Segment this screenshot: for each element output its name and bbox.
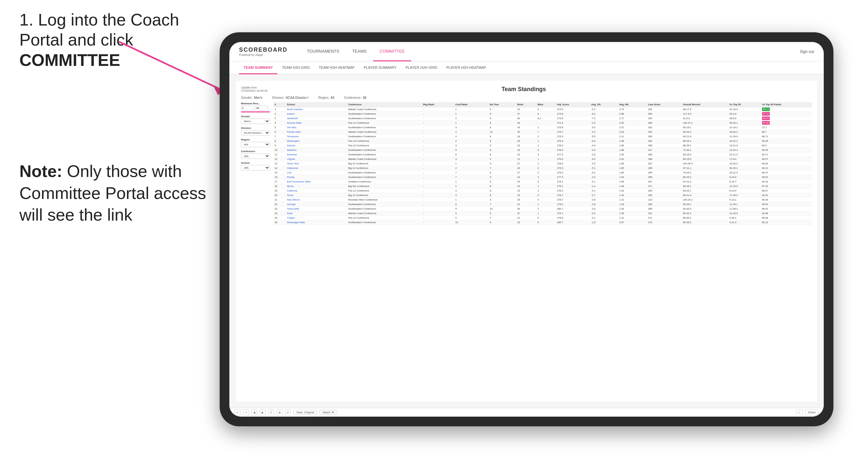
school-cell[interactable]: Oklahoma [285,166,347,170]
share-button[interactable]: Share [805,409,818,415]
subnav-team-h2h-grid[interactable]: TEAM H2H GRID [278,61,314,74]
view-original-button[interactable]: View: Original [293,410,317,415]
subnav-player-h2h-grid[interactable]: PLAYER H2H GRID [401,61,442,74]
reg-rank-cell: - [422,170,454,175]
content-card: Update time: 27/03/2024 16:56:26 Team St… [236,81,817,401]
conference-cell: Atlantic Coast Conference [347,130,422,134]
school-cell[interactable]: Arizona [285,144,347,148]
school-cell[interactable]: Virginia [285,157,347,161]
rnds-cell: 23 [516,193,536,198]
subnav-player-summary[interactable]: PLAYER SUMMARY [359,61,401,74]
rank-cell: 13 [273,161,285,166]
avg-sg-cell: -6.0 [590,139,618,144]
conference-select[interactable]: (All) [241,153,270,159]
copy-button[interactable]: ⎘ [268,409,274,415]
table-row: 1 North Carolina Atlantic Coast Conferen… [273,107,812,112]
rnds-cell: 27 [516,161,536,166]
school-filter-section: School (All) [241,161,270,170]
reg-rank-cell: - [422,198,454,202]
school-cell[interactable]: Vanderbilt [285,116,347,121]
adj-score-cell: 275.7 [556,130,590,134]
logo-title: SCOREBOARD [239,46,287,53]
conference-cell: Atlantic Coast Conference [347,211,422,216]
back-button[interactable]: ◀ [251,409,257,415]
avg-sg-cell: -5.2 [590,107,618,112]
school-cell[interactable]: Washington [285,139,347,144]
wins-cell: 2 [536,166,556,170]
school-cell[interactable]: California [285,189,347,193]
school-cell[interactable]: Auburn [285,112,347,116]
gender-select[interactable]: Men's [241,119,270,124]
school-cell[interactable]: Alabama [285,148,347,152]
watch-button[interactable]: Watch ▼ [319,410,337,415]
school-select[interactable]: (All) [241,165,270,170]
redo-button[interactable]: ↪ [243,409,249,415]
low-score-cell: 265 [647,170,682,175]
division-select[interactable]: NCAA Division I [241,130,270,136]
school-cell[interactable]: Ole Miss [285,125,347,130]
low-score-cell: 265 [647,134,682,139]
subnav-team-h2h-heatmap[interactable]: TEAM H2H HEATMAP [314,61,359,74]
reg-rank-cell: - [422,216,454,220]
avg-rd-cell: 1.85 [618,161,647,166]
school-cell[interactable]: East Tennessee State [285,180,347,184]
school-cell[interactable]: North Carolina [285,107,347,112]
nav-committee[interactable]: COMMITTEE [373,42,411,61]
avg-sg-cell: -0.7 [590,193,618,198]
school-cell[interactable]: Arizona State [285,121,347,125]
school-cell[interactable]: Florida [285,175,347,180]
reg-rank-cell: - [422,139,454,144]
school-cell[interactable]: LSU [285,170,347,175]
table-row: 21 New Mexico Mountain West Conference -… [273,198,812,202]
nav-tournaments[interactable]: TOURNAMENTS [301,42,346,61]
forward-button[interactable]: ▶ [260,409,266,415]
school-cell[interactable]: Tennessee [285,134,347,139]
subnav-team-summary[interactable]: TEAM SUMMARY [239,61,278,74]
rnds-cell: 27 [516,112,536,116]
school-cell[interactable]: New Mexico [285,198,347,202]
overall-cell: 92-40-3 [682,207,728,211]
school-cell[interactable]: Georgia [285,202,347,207]
logo-area: SCOREBOARD Powered by clippd [239,46,287,57]
rank-cell: 24 [273,211,285,216]
rank-cell: 22 [273,202,285,207]
rnds-cell: 26 [516,116,536,121]
avg-rd-cell: 2.20 [618,130,647,134]
expand-button[interactable]: ⤢ [797,409,802,415]
school-cell[interactable]: Texas A&M [285,207,347,211]
no-tour-cell: 10 [489,130,516,134]
low-score-cell: 269 [647,166,682,170]
avg-sg-cell: -3.8 [590,152,618,157]
adj-score-cell: 278.7 [556,198,590,202]
school-cell[interactable]: Florida State [285,130,347,134]
school-cell[interactable]: Oregon [285,216,347,220]
tablet-screen: SCOREBOARD Powered by clippd TOURNAMENTS… [229,42,824,416]
avg-rd-cell: 2.70 [618,107,647,112]
undo-button[interactable]: ↩ [235,409,240,415]
school-cell[interactable]: Texas Tech [285,161,347,166]
school-cell[interactable]: Duke [285,211,347,216]
school-cell[interactable]: Illinois [285,184,347,189]
no-tour-cell: 8 [489,116,516,121]
adj-score-cell: 276.3 [556,166,590,170]
subnav-player-h2h-heatmap[interactable]: PLAYER H2H HEATMAP [442,61,491,74]
clock-button[interactable]: ⏱ [285,409,291,415]
adj-score-cell: 280.7 [556,220,590,225]
min-rounds-min[interactable] [241,105,254,111]
nav-teams[interactable]: TEAMS [346,42,373,61]
region-select[interactable]: N/A [241,142,270,147]
school-cell[interactable]: Arkansas [285,152,347,157]
school-cell[interactable]: Texas [285,193,347,198]
no-tour-cell: 8 [489,144,516,148]
slider-bar[interactable] [241,112,270,113]
school-cell[interactable]: Mississippi State [285,220,347,225]
vs25-cell: 38-8-0 [728,116,761,121]
overall-cell: 63-15-1 [682,125,728,130]
conference-cell: Pac-12 Conference [347,144,422,148]
conf-rank-cell: 3 [454,125,489,130]
min-rounds-max[interactable] [255,105,268,111]
sign-out-link[interactable]: Sign out [800,50,814,54]
filter-button[interactable]: ⊞ [277,409,282,415]
avg-rd-cell: 2.37 [618,125,647,130]
avg-rd-cell: 1.28 [618,184,647,189]
